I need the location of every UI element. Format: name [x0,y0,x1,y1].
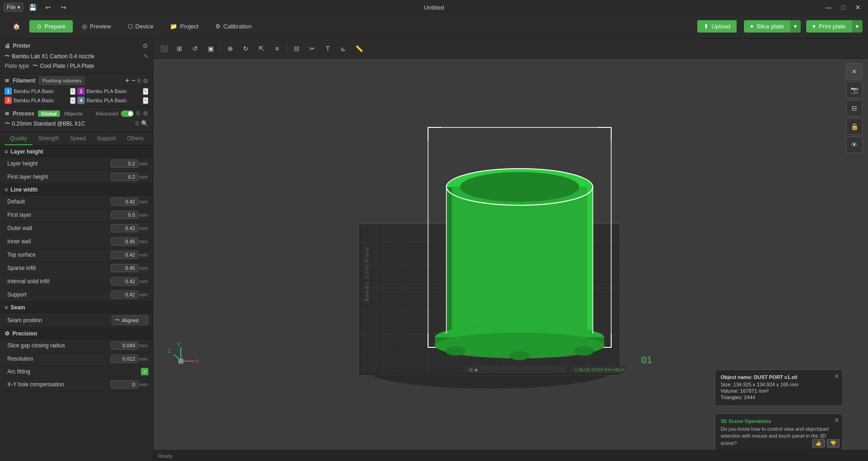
view-cube-btn[interactable]: ⬛ [157,42,171,55]
hint-thumbsdown[interactable]: 👎 [827,439,840,448]
input-outer-wall[interactable] [111,224,138,232]
slice-icon: ▾ [750,23,754,30]
filament-header: ≋ Filament Flushing volumes + − ⎘ ⚙ [5,77,148,85]
input-top-surface[interactable] [111,251,138,259]
filament-edit-3[interactable]: ✎ [70,97,76,104]
view-rotate-btn[interactable]: ↻ [239,42,253,55]
preset-search-btn[interactable]: 🔍 [141,120,148,127]
scene-hint-close[interactable]: ✕ [834,417,840,424]
tab-calibration[interactable]: ⚙ Calibration [208,20,259,33]
filament-edit-4[interactable]: ✎ [143,97,148,104]
input-first-layer-width[interactable] [111,211,138,219]
process-copy-btn[interactable]: ⎘ [136,110,140,117]
tab-strength[interactable]: Strength [33,132,64,145]
view-cut-btn[interactable]: ✂ [305,42,319,55]
foot-left [445,346,466,356]
close-button[interactable]: ✕ [852,2,864,12]
value-default: mm [111,198,148,206]
advanced-toggle[interactable] [121,110,134,117]
unit-xy-hole: mm [139,382,148,387]
printer-edit-button[interactable]: ✎ [144,53,148,60]
obj-info-close[interactable]: ✕ [834,373,840,380]
plate-value[interactable]: 〜 Cool Plate / PLA Plate [33,62,94,70]
process-settings-btn[interactable]: ⚙ [143,110,148,117]
input-resolution[interactable] [111,355,138,363]
input-slice-gap[interactable] [111,341,138,350]
plate-type-label: Plate type [5,63,29,69]
project-icon: 📁 [170,23,177,30]
printer-header: 🖨 Printer ⚙ [5,42,148,49]
label-xy-hole: X-Y hole compensation [7,381,64,388]
view-orient-btn[interactable]: ↺ [188,42,202,55]
filament-settings-button[interactable]: ⚙ [143,77,148,84]
preset-save-btn[interactable]: ⎘ [136,120,139,127]
home-button[interactable]: 🏠 [5,20,27,33]
view-text-btn[interactable]: T [321,42,335,55]
input-xy-hole[interactable] [111,380,138,389]
model-side[interactable] [446,187,593,334]
filament-edit-1[interactable]: ✎ [70,88,76,95]
redo-button[interactable]: ↪ [57,2,70,12]
process-tab-objects[interactable]: Objects [61,110,86,117]
tab-prepare[interactable]: ⊙ Prepare [29,20,73,33]
tab-quality[interactable]: Quality [5,132,33,145]
input-sparse-infill[interactable] [111,264,138,272]
tab-project[interactable]: 📁 Project [163,20,206,33]
view-measure-btn[interactable]: 📏 [352,42,366,55]
save-button[interactable]: 💾 [26,2,39,12]
lock-btn[interactable]: 🔒 [846,118,863,135]
filament-copy-button[interactable]: ⎘ [137,77,141,84]
upload-button[interactable]: ⬆ Upload [697,20,737,33]
flushing-button[interactable]: Flushing volumes [39,77,85,85]
view-move-btn[interactable]: ⊕ [223,42,237,55]
tab-support[interactable]: Support [91,132,121,145]
filament-edit-2[interactable]: ✎ [143,88,148,95]
input-first-layer-height[interactable] [111,173,138,181]
checkbox-arc-fitting[interactable]: ✓ [141,368,148,375]
minimize-button[interactable]: — [822,2,835,12]
view-scale-btn[interactable]: ⇱ [255,42,268,55]
layers-view-btn[interactable]: ⊟ [846,100,863,116]
input-internal-solid-infill[interactable] [111,277,138,285]
filament-add-button[interactable]: + [125,77,129,85]
print-button[interactable]: ▾ Print plate [806,20,852,33]
eye-btn[interactable]: 👁 [846,137,863,153]
viewport[interactable]: Bambu Cool Plate [153,59,868,461]
filament-name-4: Bambu PLA Basic [87,98,127,103]
print-dropdown[interactable]: ▾ [852,20,863,33]
maximize-button[interactable]: □ [837,2,850,12]
view-support-btn[interactable]: ⊾ [336,42,350,55]
hint-thumbsup[interactable]: 👍 [812,439,825,448]
tab-others[interactable]: Others [121,132,149,145]
process-tab-global[interactable]: Global [38,110,60,117]
dropdown-seam-position[interactable]: 〜 Aligned [112,315,148,325]
project-label: Project [180,23,198,30]
file-menu[interactable]: File ▾ [4,3,23,12]
close-scene-info-btn[interactable]: ✕ [846,63,863,80]
group-icon-precision: ⚙ [5,330,10,337]
input-support[interactable] [111,291,138,299]
value-inner-wall: mm [111,237,148,246]
tab-preview[interactable]: ◎ Preview [75,20,118,33]
input-default[interactable] [111,198,138,206]
view-flat-btn[interactable]: ▣ [204,42,217,55]
group-icon-seam: ≡ [5,304,8,311]
tab-speed[interactable]: Speed [65,132,92,145]
undo-button[interactable]: ↩ [42,2,54,12]
slice-button[interactable]: ▾ Slice plate [744,20,790,33]
filament-remove-button[interactable]: − [131,77,136,85]
filament-title: ≋ Filament Flushing volumes [5,77,85,85]
input-layer-height[interactable] [111,159,138,168]
plate-value-label: Cool Plate / PLA Plate [40,63,94,69]
input-inner-wall[interactable] [111,237,138,246]
view-grid-btn[interactable]: ⊞ [173,42,186,55]
view-more-btn[interactable]: ≡ [270,42,284,55]
camera-btn[interactable]: 📷 [846,82,863,98]
slice-dropdown[interactable]: ▾ [790,20,801,33]
filament-actions: + − ⎘ ⚙ [125,77,148,85]
preset-arrow: 〜 [5,120,10,127]
view-layers-btn[interactable]: ⊟ [290,42,304,55]
tab-device[interactable]: ⬡ Device [120,20,161,33]
printer-settings-button[interactable]: ⚙ [142,42,148,49]
svg-text:X: X [196,359,199,364]
